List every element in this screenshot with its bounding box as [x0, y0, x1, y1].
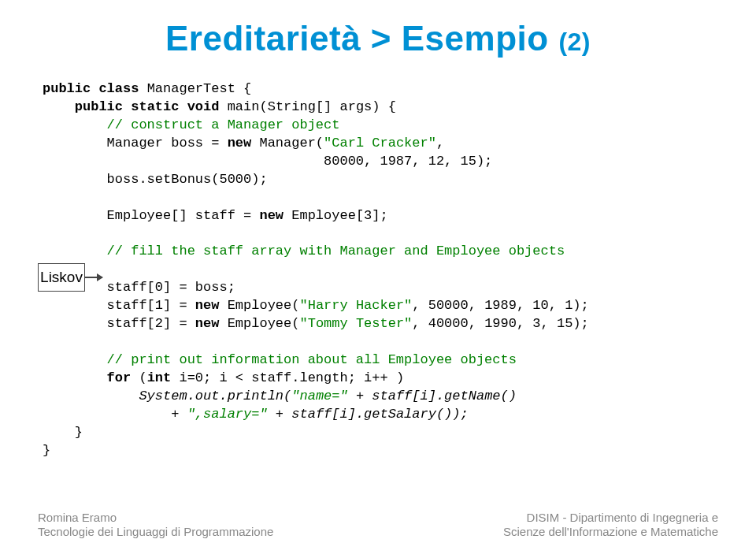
slide-title: Ereditarietà > Esempio (2)	[38, 19, 718, 58]
code-text: , 50000, 1989, 10, 1);	[412, 298, 588, 313]
footer: Romina Eramo Tecnologie dei Linguaggi di…	[38, 511, 718, 541]
arrow-icon	[85, 277, 102, 278]
string-literal: "name="	[291, 389, 347, 403]
italic-text: .println(	[219, 389, 291, 403]
code-text: boss.setBonus(5000);	[43, 172, 268, 187]
italic-text: + staff[i].getName()	[348, 389, 517, 403]
code-text: ManagerTest {	[139, 81, 251, 96]
kw-new: new	[195, 298, 220, 313]
italic-text: System.	[43, 389, 195, 403]
code-text: staff[2] =	[43, 316, 195, 331]
kw-public: public	[43, 81, 91, 96]
kw-static: static	[123, 99, 179, 114]
kw-void: void	[179, 99, 219, 114]
code-text: Employee(	[219, 316, 299, 331]
code-text: }	[43, 425, 83, 440]
kw-public: public	[43, 99, 123, 114]
code-text: ,	[436, 136, 444, 151]
comment: // print out information about all Emplo…	[43, 352, 517, 367]
kw-new: new	[228, 136, 252, 151]
kw-new: new	[259, 208, 284, 223]
slide: Ereditarietà > Esempio (2) Liskov public…	[0, 0, 756, 554]
code-text: }	[43, 443, 50, 458]
code-text: 80000, 1987, 12, 15);	[43, 154, 492, 169]
code-area: Liskov public class ManagerTest { public…	[38, 80, 718, 460]
italic-text: +	[43, 407, 187, 422]
string-literal: "Harry Hacker"	[299, 298, 412, 313]
italic-text: + staff[i].getSalary());	[268, 407, 469, 422]
italic-text: out	[195, 389, 220, 403]
code-text: staff[1] =	[43, 298, 195, 313]
kw-new: new	[195, 316, 220, 331]
footer-author: Romina Eramo	[38, 511, 273, 526]
code-text: Manager(	[251, 136, 324, 151]
code-text: (	[131, 370, 146, 385]
code-text: i=0; i < staff.length; i++ )	[171, 370, 404, 385]
kw-for: for	[43, 370, 131, 385]
footer-dept2: Scienze dell'Informazione e Matematiche	[503, 525, 718, 540]
code-text: , 40000, 1990, 3, 15);	[412, 316, 588, 331]
comment: // construct a Manager object	[43, 117, 339, 132]
liskov-label: Liskov	[40, 269, 83, 286]
code-text: Employee(	[219, 298, 299, 313]
comment: // fill the staff array with Manager and…	[43, 244, 565, 258]
kw-int: int	[147, 370, 172, 385]
code-text: Employee[3];	[284, 208, 388, 223]
footer-dept1: DISIM - Dipartimento di Ingegneria e	[503, 511, 718, 526]
string-literal: "Carl Cracker"	[324, 136, 436, 151]
liskov-annotation-box: Liskov	[38, 263, 85, 292]
code-text: Employee[] staff =	[43, 208, 259, 223]
code-text: Manager boss =	[43, 136, 228, 151]
string-literal: "Tommy Tester"	[299, 316, 412, 331]
title-main: Ereditarietà > Esempio	[165, 19, 558, 58]
code-text: main(String[] args) {	[219, 99, 395, 114]
code-block: public class ManagerTest { public static…	[43, 80, 718, 460]
title-small: (2)	[558, 28, 591, 56]
kw-class: class	[91, 81, 139, 96]
footer-left: Romina Eramo Tecnologie dei Linguaggi di…	[38, 511, 273, 541]
footer-course: Tecnologie dei Linguaggi di Programmazio…	[38, 525, 273, 540]
footer-right: DISIM - Dipartimento di Ingegneria e Sci…	[503, 511, 718, 541]
string-literal: ",salary="	[187, 407, 268, 422]
